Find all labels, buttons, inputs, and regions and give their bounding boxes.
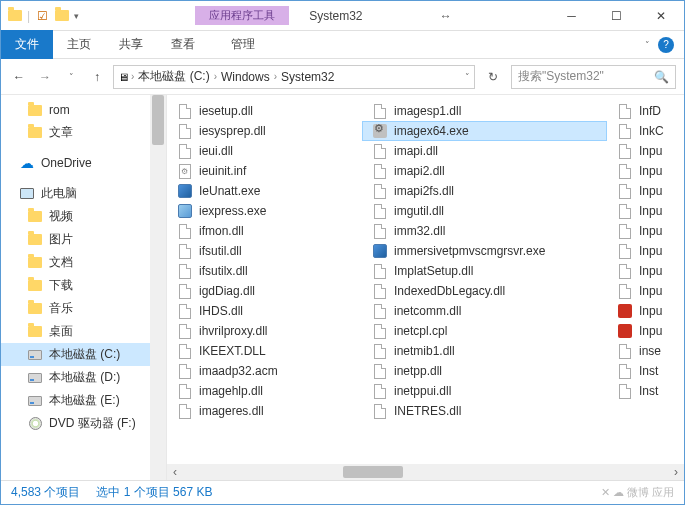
sidebar-item-onedrive[interactable]: ☁OneDrive (1, 152, 166, 174)
file-item[interactable]: imgutil.dll (362, 201, 607, 221)
file-item[interactable]: InkC (607, 121, 657, 141)
ribbon-expand-icon[interactable]: ˅ (645, 40, 650, 50)
chevron-icon[interactable]: › (274, 71, 277, 82)
refresh-button[interactable]: ↻ (481, 70, 505, 84)
scroll-right-icon[interactable]: › (668, 464, 684, 480)
manage-tab[interactable]: 管理 (217, 30, 269, 59)
file-item[interactable]: Inpu (607, 261, 657, 281)
file-item[interactable]: InfD (607, 101, 657, 121)
file-item[interactable]: ifsutilx.dll (167, 261, 362, 281)
file-item[interactable]: ieuinit.inf (167, 161, 362, 181)
file-item[interactable]: IndexedDbLegacy.dll (362, 281, 607, 301)
search-icon[interactable]: 🔍 (654, 70, 669, 84)
file-item[interactable]: imagex64.exe (362, 121, 607, 141)
file-item[interactable]: ieui.dll (167, 141, 362, 161)
file-item[interactable]: imapi2fs.dll (362, 181, 607, 201)
file-item[interactable]: Inpu (607, 321, 657, 341)
file-item[interactable]: inetcomm.dll (362, 301, 607, 321)
disc-icon (27, 416, 43, 432)
sidebar-item-drive-c[interactable]: 本地磁盘 (C:) (1, 343, 166, 366)
up-button[interactable]: ↑ (87, 67, 107, 87)
file-item[interactable]: iesetup.dll (167, 101, 362, 121)
chevron-icon[interactable]: › (131, 71, 134, 82)
file-item[interactable]: inetmib1.dll (362, 341, 607, 361)
breadcrumb-windows[interactable]: Windows (219, 70, 272, 84)
file-item[interactable]: INETRES.dll (362, 401, 607, 421)
file-item[interactable]: imapi2.dll (362, 161, 607, 181)
file-item[interactable]: imagesp1.dll (362, 101, 607, 121)
home-tab[interactable]: 主页 (53, 30, 105, 59)
ribbon-tabs: 文件 主页 共享 查看 管理 ˅ ? (1, 31, 684, 59)
file-item[interactable]: IKEEXT.DLL (167, 341, 362, 361)
file-item[interactable]: ifsutil.dll (167, 241, 362, 261)
sidebar-item-videos[interactable]: 视频 (1, 205, 166, 228)
file-item[interactable]: IHDS.dll (167, 301, 362, 321)
ribbon-context-tab[interactable]: 应用程序工具 (195, 6, 289, 25)
file-item[interactable]: Inst (607, 361, 657, 381)
file-item[interactable]: Inpu (607, 201, 657, 221)
file-item[interactable]: Inpu (607, 281, 657, 301)
file-column-1: iesetup.dlliesysprep.dllieui.dllieuinit.… (167, 95, 362, 480)
file-item[interactable]: Inst (607, 381, 657, 401)
properties-icon[interactable]: ☑ (34, 8, 50, 24)
horizontal-scrollbar[interactable]: ‹ › (167, 464, 684, 480)
address-bar[interactable]: 🖥 › 本地磁盘 (C:) › Windows › System32 ˅ (113, 65, 475, 89)
scrollbar-thumb[interactable] (343, 466, 403, 478)
file-item[interactable]: imm32.dll (362, 221, 607, 241)
file-item[interactable]: Inpu (607, 141, 657, 161)
file-item[interactable]: igdDiag.dll (167, 281, 362, 301)
sidebar-scrollbar[interactable] (150, 95, 166, 480)
sidebar-item-drive-e[interactable]: 本地磁盘 (E:) (1, 389, 166, 412)
file-item[interactable]: Inpu (607, 221, 657, 241)
back-button[interactable]: ← (9, 67, 29, 87)
file-item[interactable]: imaadp32.acm (167, 361, 362, 381)
view-tab[interactable]: 查看 (157, 30, 209, 59)
file-item[interactable]: imapi.dll (362, 141, 607, 161)
sidebar-item-drive-d[interactable]: 本地磁盘 (D:) (1, 366, 166, 389)
file-item[interactable]: inse (607, 341, 657, 361)
sidebar-item-desktop[interactable]: 桌面 (1, 320, 166, 343)
file-item[interactable]: Inpu (607, 241, 657, 261)
file-item[interactable]: inetcpl.cpl (362, 321, 607, 341)
breadcrumb-system32[interactable]: System32 (279, 70, 336, 84)
sidebar-item-articles[interactable]: 文章 (1, 121, 166, 144)
file-item[interactable]: IeUnatt.exe (167, 181, 362, 201)
file-item[interactable]: inetppui.dll (362, 381, 607, 401)
file-item[interactable]: Inpu (607, 181, 657, 201)
minimize-button[interactable]: ─ (549, 1, 594, 31)
share-tab[interactable]: 共享 (105, 30, 157, 59)
file-item[interactable]: ifmon.dll (167, 221, 362, 241)
new-folder-icon[interactable] (54, 8, 70, 24)
close-button[interactable]: ✕ (639, 1, 684, 31)
file-item[interactable]: Inpu (607, 161, 657, 181)
file-item[interactable]: immersivetpmvscmgrsvr.exe (362, 241, 607, 261)
sidebar-item-dvd[interactable]: DVD 驱动器 (F:) (1, 412, 166, 435)
sidebar-item-downloads[interactable]: 下载 (1, 274, 166, 297)
sidebar-item-documents[interactable]: 文档 (1, 251, 166, 274)
file-item[interactable]: ImplatSetup.dll (362, 261, 607, 281)
sidebar-item-music[interactable]: 音乐 (1, 297, 166, 320)
file-item[interactable]: imageres.dll (167, 401, 362, 421)
help-icon[interactable]: ? (658, 37, 674, 53)
maximize-button[interactable]: ☐ (594, 1, 639, 31)
sidebar-item-rom[interactable]: rom (1, 99, 166, 121)
breadcrumb-drive[interactable]: 本地磁盘 (C:) (136, 68, 211, 85)
scroll-left-icon[interactable]: ‹ (167, 464, 183, 480)
file-item[interactable]: iesysprep.dll (167, 121, 362, 141)
sidebar-item-thispc[interactable]: 此电脑 (1, 182, 166, 205)
file-item[interactable]: inetpp.dll (362, 361, 607, 381)
recent-locations-button[interactable]: ˅ (61, 67, 81, 87)
qat-dropdown[interactable]: ▾ (74, 11, 79, 21)
file-item[interactable]: imagehlp.dll (167, 381, 362, 401)
chevron-icon[interactable]: › (214, 71, 217, 82)
scrollbar-track[interactable] (183, 464, 668, 480)
address-dropdown-icon[interactable]: ˅ (465, 72, 470, 82)
file-item[interactable]: ihvrilproxy.dll (167, 321, 362, 341)
forward-button[interactable]: → (35, 67, 55, 87)
scrollbar-thumb[interactable] (152, 95, 164, 145)
sidebar-item-pictures[interactable]: 图片 (1, 228, 166, 251)
file-tab[interactable]: 文件 (1, 30, 53, 59)
search-input[interactable]: 搜索"System32" 🔍 (511, 65, 676, 89)
file-item[interactable]: iexpress.exe (167, 201, 362, 221)
file-item[interactable]: Inpu (607, 301, 657, 321)
